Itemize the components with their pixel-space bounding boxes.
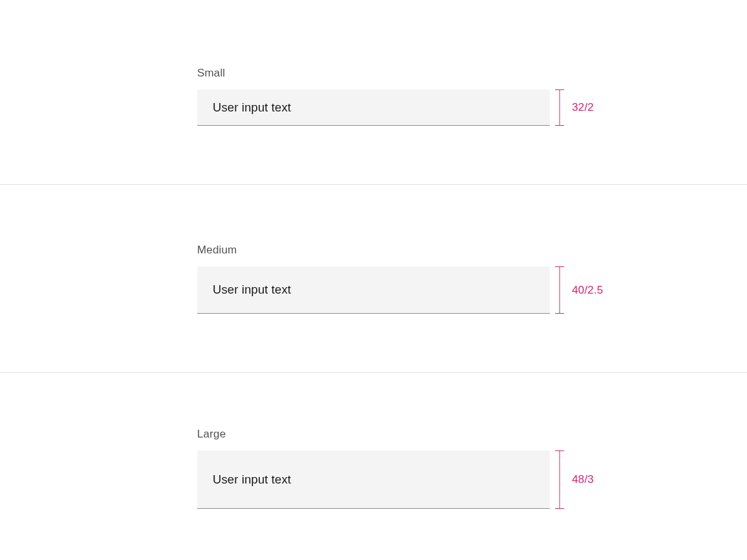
input-value-large: User input text — [213, 472, 291, 487]
text-input-large[interactable]: User input text — [197, 450, 550, 509]
input-value-small: User input text — [213, 100, 291, 115]
field-label-large: Large — [197, 427, 747, 441]
measure-bar-icon — [555, 450, 564, 509]
height-measure-small: 32/2 — [555, 89, 594, 126]
input-value-medium: User input text — [213, 283, 291, 297]
field-label-small: Small — [197, 66, 747, 80]
measure-label-large: 48/3 — [572, 473, 594, 486]
measure-bar-icon — [555, 266, 564, 314]
text-input-medium[interactable]: User input text — [197, 266, 550, 314]
variant-section-small: Small User input text 32/2 — [0, 0, 747, 184]
height-measure-medium: 40/2.5 — [555, 266, 603, 314]
measure-label-medium: 40/2.5 — [572, 284, 603, 297]
measure-bar-icon — [555, 89, 564, 126]
height-measure-large: 48/3 — [555, 450, 594, 509]
text-input-small[interactable]: User input text — [197, 89, 550, 126]
measure-label-small: 32/2 — [572, 101, 594, 114]
variant-section-large: Large User input text 48/3 — [0, 373, 747, 548]
field-label-medium: Medium — [197, 243, 747, 257]
variant-section-medium: Medium User input text 40/2.5 — [0, 185, 747, 372]
